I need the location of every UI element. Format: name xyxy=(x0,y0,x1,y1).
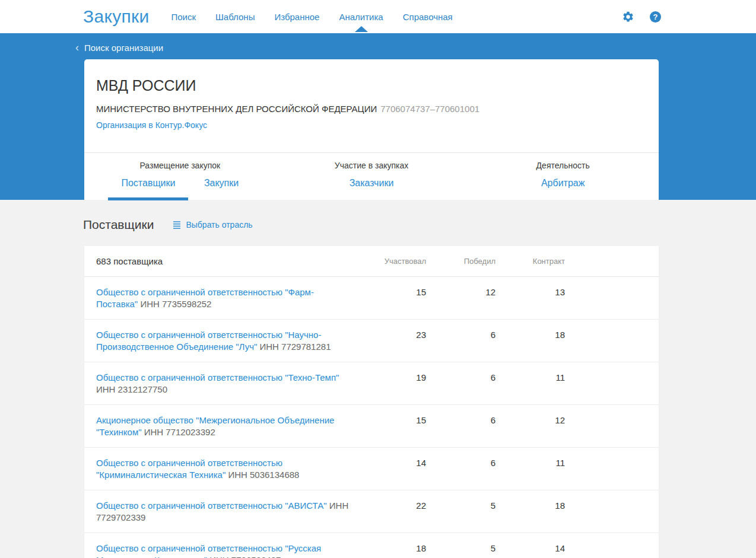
supplier-link[interactable]: Общество с ограниченной ответственностью… xyxy=(96,500,327,511)
top-header: Закупки Поиск Шаблоны Избранное Аналитик… xyxy=(0,0,756,33)
org-card: МВД РОССИИ МИНИСТЕРСТВО ВНУТРЕННИХ ДЕЛ Р… xyxy=(84,59,659,200)
hero-band: ‹Поиск организации МВД РОССИИ МИНИСТЕРСТ… xyxy=(0,33,756,200)
nav-item-spravochnaya[interactable]: Справочная xyxy=(403,12,453,22)
contract-value: 18 xyxy=(495,500,565,524)
column-header-contract: Контракт xyxy=(495,256,565,267)
section-title: Поставщики xyxy=(83,218,154,232)
won-value: 5 xyxy=(426,543,495,558)
table-row: Акционерное общество "Межрегиональное Об… xyxy=(84,404,659,447)
org-fullname-text: МИНИСТЕРСТВО ВНУТРЕННИХ ДЕЛ РОССИЙСКОЙ Ф… xyxy=(96,104,377,114)
tab-zakazchiki[interactable]: Заказчики xyxy=(336,177,407,190)
tab-arbitrazh[interactable]: Арбитраж xyxy=(528,177,598,190)
settings-icon[interactable] xyxy=(622,11,634,23)
section-head: Поставщики Выбрать отрасль xyxy=(0,200,756,232)
focus-link[interactable]: Организация в Контур.Фокус xyxy=(96,120,207,130)
nav-item-shablony[interactable]: Шаблоны xyxy=(215,12,255,22)
nav-item-poisk[interactable]: Поиск xyxy=(171,12,196,22)
participated-value: 14 xyxy=(363,457,426,481)
supplier-link[interactable]: Общество с ограниченной ответственностью… xyxy=(96,372,339,382)
tab-group-title: Размещение закупок xyxy=(84,161,276,170)
nav-item-izbrannoe[interactable]: Избранное xyxy=(274,12,319,22)
supplier-inn: ИНН 5036134688 xyxy=(228,470,299,480)
won-value: 6 xyxy=(426,372,495,396)
table-header-row: 683 поставщика Участвовал Победил Контра… xyxy=(84,246,659,277)
table-row: Общество с ограниченной ответственностью… xyxy=(84,490,659,533)
won-value: 6 xyxy=(426,329,495,353)
nav-item-analitika[interactable]: Аналитика xyxy=(339,12,383,22)
won-value: 6 xyxy=(426,414,495,438)
supplier-inn: ИНН 7735598252 xyxy=(140,299,211,309)
won-value: 12 xyxy=(426,286,495,310)
won-value: 5 xyxy=(426,500,495,524)
app-logo[interactable]: Закупки xyxy=(83,7,150,27)
won-value: 6 xyxy=(426,457,495,481)
supplier-inn: ИНН 7729781281 xyxy=(259,342,331,352)
help-icon[interactable]: ? xyxy=(650,11,661,23)
contract-value: 11 xyxy=(495,457,565,481)
header-icons: ? xyxy=(622,11,661,23)
suppliers-count: 683 поставщика xyxy=(84,256,363,267)
column-header-won: Победил xyxy=(426,256,495,267)
participated-value: 18 xyxy=(363,543,426,558)
tab-group-participation: Участие в закупках Заказчики xyxy=(276,161,468,200)
select-industry-link[interactable]: Выбрать отрасль xyxy=(173,220,252,229)
participated-value: 19 xyxy=(363,372,426,396)
tab-group-title: Деятельность xyxy=(467,161,659,170)
tab-group-title: Участие в закупках xyxy=(276,161,468,170)
chevron-left-icon: ‹ xyxy=(75,42,79,53)
breadcrumb-back[interactable]: ‹Поиск организации xyxy=(0,33,756,59)
org-card-info: МВД РОССИИ МИНИСТЕРСТВО ВНУТРЕННИХ ДЕЛ Р… xyxy=(84,59,659,152)
supplier-inn: ИНН 7726566487 xyxy=(209,555,281,558)
select-industry-label: Выбрать отрасль xyxy=(186,220,252,229)
supplier-inn: ИНН 7712023392 xyxy=(144,427,215,437)
breadcrumb-label: Поиск организации xyxy=(84,43,163,53)
contract-value: 14 xyxy=(495,543,565,558)
table-row: Общество с ограниченной ответственностью… xyxy=(84,533,659,558)
org-title: МВД РОССИИ xyxy=(96,77,647,94)
contract-value: 18 xyxy=(495,329,565,353)
participated-value: 23 xyxy=(363,329,426,353)
org-fullname: МИНИСТЕРСТВО ВНУТРЕННИХ ДЕЛ РОССИЙСКОЙ Ф… xyxy=(96,104,647,114)
list-icon xyxy=(173,221,181,229)
tabs-section: Размещение закупок Поставщики Закупки Уч… xyxy=(84,152,659,200)
table-row: Общество с ограниченной ответственностью… xyxy=(84,277,659,319)
tab-postavshchiki[interactable]: Поставщики xyxy=(108,177,188,190)
column-header-participated: Участвовал xyxy=(363,256,426,267)
table-row: Общество с ограниченной ответственностью… xyxy=(84,362,659,404)
contract-value: 13 xyxy=(495,286,565,310)
main-nav: Поиск Шаблоны Избранное Аналитика Справо… xyxy=(152,12,453,22)
table-row: Общество с ограниченной ответственностью… xyxy=(84,447,659,490)
table-row: Общество с ограниченной ответственностью… xyxy=(84,319,659,362)
contract-value: 11 xyxy=(495,372,565,396)
participated-value: 15 xyxy=(363,414,426,438)
participated-value: 15 xyxy=(363,286,426,310)
tab-zakupki[interactable]: Закупки xyxy=(191,177,252,190)
tab-group-placement: Размещение закупок Поставщики Закупки xyxy=(84,161,276,200)
supplier-link[interactable]: Общество с ограниченной ответственностью… xyxy=(96,543,321,558)
contract-value: 12 xyxy=(495,414,565,438)
main-content: Поставщики Выбрать отрасль 683 поставщик… xyxy=(0,200,756,558)
org-inn-kpp: 7706074737–770601001 xyxy=(380,104,479,114)
suppliers-table: 683 поставщика Участвовал Победил Контра… xyxy=(84,246,659,558)
participated-value: 22 xyxy=(363,500,426,524)
supplier-inn: ИНН 2312127750 xyxy=(96,384,167,394)
tab-group-activity: Деятельность Арбитраж xyxy=(467,161,659,200)
